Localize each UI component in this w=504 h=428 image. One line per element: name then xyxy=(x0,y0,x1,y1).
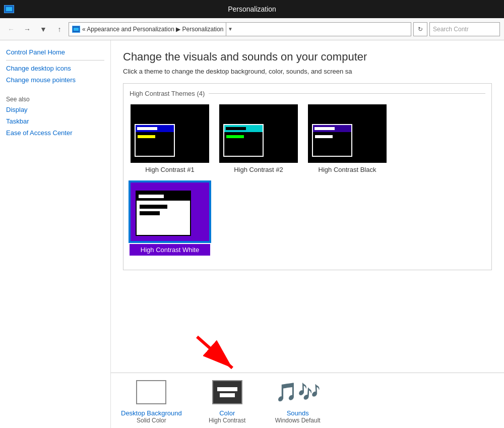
theme-preview-hcb xyxy=(307,103,388,164)
desktop-bg-label1: Desktop Background xyxy=(121,409,182,417)
theme-preview-hc2 xyxy=(218,103,299,164)
themes-container: High Contrast Themes (4) xyxy=(123,83,492,270)
hc2-body xyxy=(224,132,263,143)
hc2-window xyxy=(223,124,264,157)
forward-button[interactable]: → xyxy=(20,22,34,36)
sidebar-separator xyxy=(6,60,104,60)
hcb-titlebar xyxy=(313,125,351,132)
color-bar2 xyxy=(220,393,235,397)
page-description: Click a theme to change the desktop back… xyxy=(123,68,492,75)
color-label1: Color xyxy=(219,409,235,417)
bottom-item-sounds[interactable]: 🎵🎶 Sounds Windows Default xyxy=(273,377,323,424)
red-arrow-svg xyxy=(192,332,253,372)
hcw-titletext xyxy=(139,195,164,198)
see-also-header: See also xyxy=(6,96,104,103)
sidebar-item-ease-of-access[interactable]: Ease of Access Center xyxy=(6,129,104,137)
hcb-line1 xyxy=(315,135,333,138)
bottom-item-desktop-bg[interactable]: Desktop Background Solid Color xyxy=(121,377,182,424)
svg-line-1 xyxy=(197,337,232,368)
sidebar-item-change-desktop-icons[interactable]: Change desktop icons xyxy=(6,65,104,72)
color-icon-container xyxy=(210,377,245,407)
sidebar-item-control-panel-home[interactable]: Control Panel Home xyxy=(6,48,104,56)
back-button[interactable]: ← xyxy=(4,22,18,36)
themes-section-label: High Contrast Themes (4) xyxy=(130,90,485,97)
address-field[interactable]: « Appearance and Personalization ▶ Perso… xyxy=(69,22,411,36)
sounds-icon-container: 🎵🎶 xyxy=(280,377,316,407)
hc2-titletext xyxy=(226,127,246,130)
theme-name-hcb: High Contrast Black xyxy=(319,166,376,173)
color-label2: High Contrast xyxy=(209,417,245,424)
desktop-bg-label2: Solid Color xyxy=(137,417,166,424)
sounds-label2: Windows Default xyxy=(275,417,321,424)
theme-item-hcw[interactable]: High Contrast White xyxy=(130,181,210,256)
hcw-titlebar xyxy=(137,192,190,201)
main-layout: Control Panel Home Change desktop icons … xyxy=(0,40,504,428)
music-notes-icon: 🎵🎶 xyxy=(275,382,321,403)
search-placeholder: Search Contr xyxy=(433,26,469,33)
desktop-bg-icon xyxy=(136,380,166,404)
theme-name-hc1: High Contrast #1 xyxy=(145,166,195,173)
hcw-line2 xyxy=(140,211,160,215)
theme-name-hcw: High Contrast White xyxy=(130,244,210,256)
hc1-titlebar xyxy=(136,125,174,132)
hc1-titletext xyxy=(137,127,157,130)
theme-name-hc2: High Contrast #2 xyxy=(234,166,283,173)
hc2-bg xyxy=(219,104,298,163)
hc1-body xyxy=(136,132,174,143)
sidebar-item-change-mouse-pointers[interactable]: Change mouse pointers xyxy=(6,76,104,84)
bottom-item-color[interactable]: Color High Contrast xyxy=(202,377,253,424)
page-title: Change the visuals and sounds on your co… xyxy=(123,50,492,64)
hc1-bg xyxy=(131,104,209,163)
hcb-body xyxy=(313,132,351,143)
breadcrumb-text: « Appearance and Personalization ▶ Perso… xyxy=(82,26,224,33)
hc2-line1 xyxy=(226,135,244,138)
app-icon xyxy=(4,5,14,13)
themes-row-2: High Contrast White xyxy=(130,181,485,256)
hcw-line1 xyxy=(140,205,167,209)
hc1-window xyxy=(135,124,175,157)
color-bar1 xyxy=(217,387,237,391)
address-icon xyxy=(72,26,80,33)
color-icon xyxy=(212,380,242,404)
address-bar: ← → ▼ ↑ « Appearance and Personalization… xyxy=(0,18,504,40)
see-also-section: See also Display Taskbar Ease of Access … xyxy=(6,96,104,137)
color-item-wrapper: Color High Contrast xyxy=(202,377,253,424)
theme-item-hcb[interactable]: High Contrast Black xyxy=(307,103,388,173)
theme-item-hc2[interactable]: High Contrast #2 xyxy=(218,103,299,173)
hcb-titletext xyxy=(314,127,335,130)
address-dropdown-btn[interactable]: ▼ xyxy=(226,22,235,36)
hcw-bg xyxy=(131,182,209,241)
title-bar: Personalization xyxy=(0,0,504,18)
dropdown-button[interactable]: ▼ xyxy=(36,22,50,36)
up-button[interactable]: ↑ xyxy=(52,22,67,36)
refresh-button[interactable]: ↻ xyxy=(413,22,427,36)
sidebar-item-taskbar[interactable]: Taskbar xyxy=(6,117,104,125)
sidebar: Control Panel Home Change desktop icons … xyxy=(0,40,111,428)
hc2-titlebar xyxy=(224,125,263,132)
theme-item-hc1[interactable]: High Contrast #1 xyxy=(130,103,210,173)
sidebar-item-display[interactable]: Display xyxy=(6,106,104,113)
sounds-icon: 🎵🎶 xyxy=(283,380,313,405)
theme-preview-hc1 xyxy=(130,103,210,164)
themes-row: High Contrast #1 xyxy=(130,103,485,173)
hc1-line1 xyxy=(138,135,155,138)
window-title: Personalization xyxy=(228,5,276,13)
sounds-label1: Sounds xyxy=(287,409,309,417)
hcb-window xyxy=(312,124,352,157)
theme-preview-hcw xyxy=(130,181,210,242)
search-field[interactable]: Search Contr xyxy=(429,22,500,36)
desktop-bg-icon-container xyxy=(134,377,169,407)
hcb-bg xyxy=(308,104,387,163)
bottom-bar: Desktop Background Solid Color xyxy=(111,373,504,428)
hcw-body xyxy=(137,201,190,219)
hcw-window xyxy=(136,191,191,236)
content-area: Change the visuals and sounds on your co… xyxy=(111,40,504,428)
